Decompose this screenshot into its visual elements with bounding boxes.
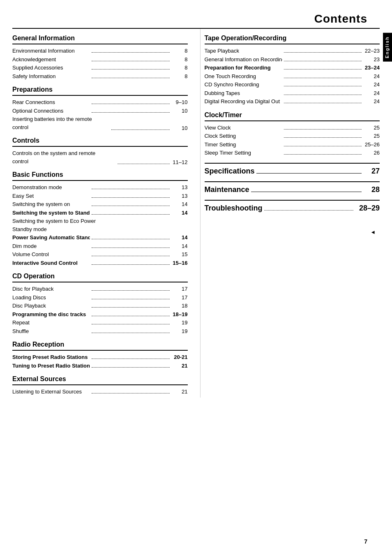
- list-item: Clock Setting 25: [205, 132, 380, 140]
- list-item: Shuffle 19: [12, 327, 188, 336]
- list-item: Dubbing Tapes 24: [205, 89, 380, 97]
- section-title-cd-operation: CD Operation: [12, 273, 188, 280]
- list-item: Acknowledgement 8: [12, 56, 188, 64]
- section-tape-operation: Tape Operation/Recording Tape Playback 2…: [205, 35, 380, 106]
- list-item: Power Saving Automatic Standby 14: [12, 234, 188, 242]
- section-title-tape-operation: Tape Operation/Recording: [205, 35, 380, 42]
- list-item: Easy Set 13: [12, 192, 188, 200]
- list-item: Optional Connections 10: [12, 107, 188, 115]
- page: English Contents General Information Env…: [0, 0, 392, 553]
- list-item: Dim mode 14: [12, 242, 188, 250]
- arrow-indicator: ◄: [205, 229, 380, 235]
- list-item: Disc Playback 18: [12, 302, 188, 310]
- section-external-sources: External Sources Listening to External S…: [12, 375, 188, 396]
- section-rule: [12, 180, 188, 181]
- section-rule: [205, 200, 380, 201]
- section-rule: [12, 44, 188, 44]
- maintenance-label: Maintenance: [205, 185, 249, 194]
- list-item-standby: Switching the system to Standby mode 14: [12, 209, 188, 217]
- list-item: Disc for Playback 17: [12, 285, 188, 293]
- section-title-preparations: Preparations: [12, 86, 188, 93]
- list-item: Switching the system on 14: [12, 200, 188, 208]
- section-title-controls: Controls: [12, 137, 188, 144]
- list-item: Demonstration mode 13: [12, 183, 188, 192]
- list-item: Tape Playback 22–23: [205, 47, 380, 55]
- section-controls: Controls Controls on the system and remo…: [12, 137, 188, 165]
- section-general-information: General Information Environmental Inform…: [12, 35, 188, 80]
- list-item: Environmental Information 8: [12, 47, 188, 55]
- list-item: Programming the disc tracks 18–19: [12, 310, 188, 319]
- list-item: Controls on the system and remotecontrol…: [12, 149, 188, 165]
- page-title: Contents: [0, 8, 392, 28]
- list-item: Switching the system to Eco PowerStandby…: [12, 217, 188, 233]
- section-title-basic-functions: Basic Functions: [12, 171, 188, 178]
- list-item: Volume Control 15: [12, 250, 188, 259]
- section-preparations: Preparations Rear Connections 9–10 Optio…: [12, 86, 188, 131]
- list-item: CD Synchro Recording 24: [205, 81, 380, 89]
- list-item: Loading Discs 17: [12, 294, 188, 302]
- left-column: General Information Environmental Inform…: [12, 29, 192, 398]
- specifications-page: 27: [363, 167, 380, 176]
- list-item: Preparation for Recording 23–24: [205, 64, 380, 72]
- list-item: Safety Information 8: [12, 72, 188, 81]
- list-item: General Information on Recording 23: [205, 56, 380, 64]
- list-item: Sleep Timer Setting 26: [205, 149, 380, 157]
- page-number: 7: [364, 538, 367, 545]
- specifications-label: Specifications: [205, 167, 255, 176]
- right-column: Tape Operation/Recording Tape Playback 2…: [200, 29, 380, 398]
- section-rule: [205, 120, 380, 121]
- list-item: View Clock 25: [205, 124, 380, 132]
- troubleshooting-page: 28–29: [355, 204, 380, 213]
- section-title-external-sources: External Sources: [12, 375, 188, 383]
- list-item: Supplied Accessories 8: [12, 64, 188, 72]
- list-item: Tuning to Preset Radio Stations 21: [12, 362, 188, 370]
- troubleshooting-line: Troubleshooting 28–29: [205, 204, 380, 213]
- list-item: Digital Recording via Digital Out 24: [205, 97, 380, 106]
- section-rule: [205, 163, 380, 164]
- section-title-radio-reception: Radio Reception: [12, 341, 188, 348]
- section-basic-functions: Basic Functions Demonstration mode 13 Ea…: [12, 171, 188, 267]
- list-item: Listening to External Sources 21: [12, 388, 188, 396]
- section-clock-timer: Clock/Timer View Clock 25 Clock Setting …: [205, 111, 380, 157]
- specifications-line: Specifications 27: [205, 167, 380, 176]
- content-columns: General Information Environmental Inform…: [0, 29, 392, 398]
- list-item: Timer Setting 25–26: [205, 141, 380, 149]
- section-title-clock-timer: Clock/Timer: [205, 111, 380, 119]
- list-item: Inserting batteries into the remotecontr…: [12, 115, 188, 131]
- list-item: Interactive Sound Control 15–16: [12, 259, 188, 267]
- maintenance-line: Maintenance 28: [205, 185, 380, 194]
- list-item: One Touch Recording 24: [205, 72, 380, 81]
- section-troubleshooting: Troubleshooting 28–29: [205, 200, 380, 213]
- section-specifications: Specifications 27: [205, 163, 380, 176]
- section-rule: [12, 146, 188, 147]
- section-cd-operation: CD Operation Disc for Playback 17 Loadin…: [12, 273, 188, 335]
- section-rule: [12, 95, 188, 96]
- section-title-general-information: General Information: [12, 35, 188, 42]
- maintenance-page: 28: [363, 185, 380, 194]
- section-rule: [12, 282, 188, 282]
- section-radio-reception: Radio Reception Storing Preset Radio Sta…: [12, 341, 188, 370]
- list-item: Storing Preset Radio Stations 20-21: [12, 353, 188, 361]
- section-rule: [12, 384, 188, 385]
- list-item: Repeat 19: [12, 319, 188, 327]
- section-rule: [12, 350, 188, 351]
- section-maintenance: Maintenance 28: [205, 181, 380, 194]
- section-rule: [205, 181, 380, 182]
- list-item: Rear Connections 9–10: [12, 98, 188, 106]
- english-tab: English: [383, 33, 392, 62]
- troubleshooting-label: Troubleshooting: [205, 204, 263, 213]
- section-rule: [205, 44, 380, 44]
